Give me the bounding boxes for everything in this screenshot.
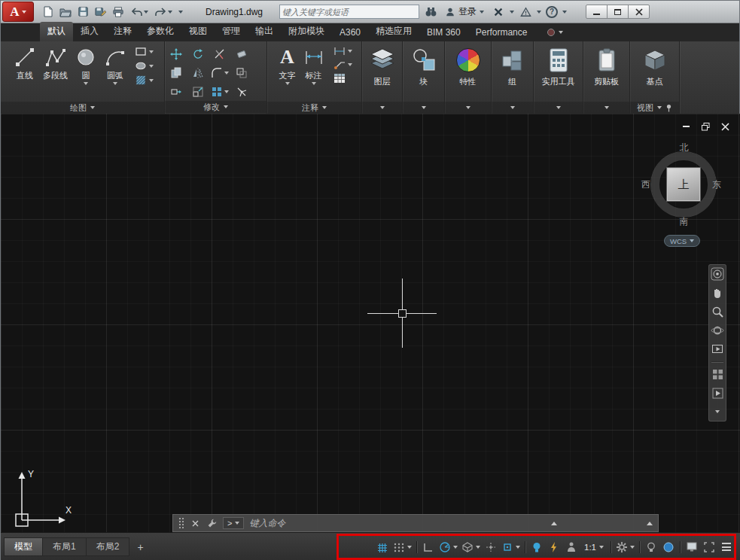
panel-utilities-title[interactable] [534,102,583,114]
rotate-button[interactable] [192,48,204,60]
line-button[interactable]: 直线 [11,44,38,83]
panel-draw-title[interactable]: 绘图 [1,102,164,114]
snap-toggle[interactable] [391,538,413,556]
save-button[interactable] [76,5,90,20]
utilities-button[interactable]: 实用工具 [540,44,577,89]
wcs-menu[interactable]: WCS [664,235,700,247]
panel-block-title[interactable] [403,102,444,114]
minimize-button[interactable] [586,5,608,19]
hatch-button[interactable] [135,75,154,86]
osnap-tracking-toggle[interactable] [483,538,499,556]
tab-output[interactable]: 输出 [248,22,281,41]
annotation-scale-sync-toggle[interactable] [563,538,580,556]
new-layout-button[interactable]: + [129,537,151,556]
ellipse-button[interactable] [135,60,154,72]
tab-insert[interactable]: 插入 [73,22,106,41]
viewcube-west[interactable]: 西 [641,178,650,191]
redo-button[interactable] [153,5,174,20]
a360-button[interactable] [492,5,505,19]
dimension-button[interactable]: 标注 [300,44,327,87]
viewcube[interactable]: 北 西 上 东 南 WCS [637,144,731,253]
grid-toggle[interactable] [374,538,391,556]
tab-addins[interactable]: 附加模块 [281,22,332,41]
text-button[interactable]: A 文字 [277,44,298,87]
sheet-views-button[interactable] [711,367,724,381]
explode-button[interactable] [236,86,248,98]
command-line-close-button[interactable] [190,518,201,529]
stretch-button[interactable] [170,86,182,98]
tab-layout1[interactable]: 布局1 [43,537,87,556]
tab-performance[interactable]: Performance [468,24,535,41]
pan-button[interactable] [711,286,724,300]
leader-button[interactable] [333,59,352,70]
erase-button[interactable] [236,48,248,60]
exchange-apps-button[interactable] [519,5,532,19]
orbit-button[interactable] [711,324,724,337]
drawing-minimize-button[interactable] [681,121,691,132]
application-menu-button[interactable]: A [2,2,34,22]
command-line-customize-button[interactable] [206,518,218,529]
tab-bim360[interactable]: BIM 360 [419,24,468,41]
arc-button[interactable]: 圆弧 [102,44,129,87]
play-animation-button[interactable] [711,386,724,400]
maximize-button[interactable] [607,5,629,19]
ortho-toggle[interactable] [420,538,437,556]
workspace-switching-button[interactable] [614,538,636,556]
search-button[interactable] [424,5,437,19]
circle-button[interactable]: 圆 [72,44,99,87]
panel-annotation-title[interactable]: 注释 [267,102,361,114]
osnap-toggle[interactable] [500,538,522,556]
annotation-scale-button[interactable]: 1:1 [580,538,608,556]
polar-tracking-toggle[interactable] [437,538,459,556]
tab-default[interactable]: 默认 [40,22,73,41]
qat-customize-button[interactable] [177,5,184,20]
save-as-button[interactable] [93,5,108,20]
copy-button[interactable] [170,67,182,79]
tab-model[interactable]: 模型 [4,537,43,556]
panel-group-title[interactable] [492,102,533,114]
tab-featured-apps[interactable]: 精选应用 [368,22,419,41]
drawing-area[interactable]: 北 西 上 东 南 WCS [1,114,740,532]
offset-button[interactable] [236,67,248,79]
tab-parametric[interactable]: 参数化 [139,22,181,41]
panel-view-title[interactable]: 视图 [630,102,679,114]
rectangle-button[interactable] [135,46,154,57]
autoscale-toggle[interactable] [546,538,562,556]
isodraft-toggle[interactable] [460,538,482,556]
steering-wheel-button[interactable] [711,267,724,281]
properties-button[interactable]: 特性 [454,44,483,89]
tab-annotate[interactable]: 注释 [106,22,139,41]
tab-view[interactable]: 视图 [181,22,215,41]
showmotion-button[interactable] [711,342,724,356]
plot-button[interactable] [111,5,126,20]
table-button[interactable] [333,73,352,84]
panel-layers-title[interactable] [362,102,402,114]
recent-commands-button[interactable] [551,522,557,525]
sign-in-button[interactable]: 登录 [442,5,487,18]
scale-button[interactable] [192,86,204,98]
undo-button[interactable] [129,5,150,20]
move-button[interactable] [170,48,182,60]
layers-button[interactable]: 图层 [366,44,399,89]
mirror-button[interactable] [192,67,204,79]
drawing-close-button[interactable] [720,121,730,132]
tab-manage[interactable]: 管理 [215,22,248,41]
trim-button[interactable] [214,48,226,60]
polyline-button[interactable]: 多段线 [41,44,70,83]
annotation-visibility-toggle[interactable] [528,538,545,556]
hardware-acceleration-button[interactable] [660,538,677,556]
help-button[interactable]: ? [546,6,558,18]
tab-layout2[interactable]: 布局2 [87,537,130,556]
basepoint-button[interactable]: 基点 [640,44,670,89]
open-file-button[interactable] [58,5,73,20]
zoom-button[interactable] [711,305,724,318]
navbar-options-button[interactable] [711,405,724,418]
clean-screen-button[interactable] [684,538,700,556]
ribbon-options-button[interactable] [547,28,563,41]
new-file-button[interactable] [41,5,55,20]
fullscreen-button[interactable] [701,538,717,556]
command-input[interactable] [249,518,546,528]
command-line-grip[interactable] [178,517,184,529]
clipboard-button[interactable]: 剪贴板 [592,44,622,89]
group-button[interactable]: 组 [498,44,528,89]
